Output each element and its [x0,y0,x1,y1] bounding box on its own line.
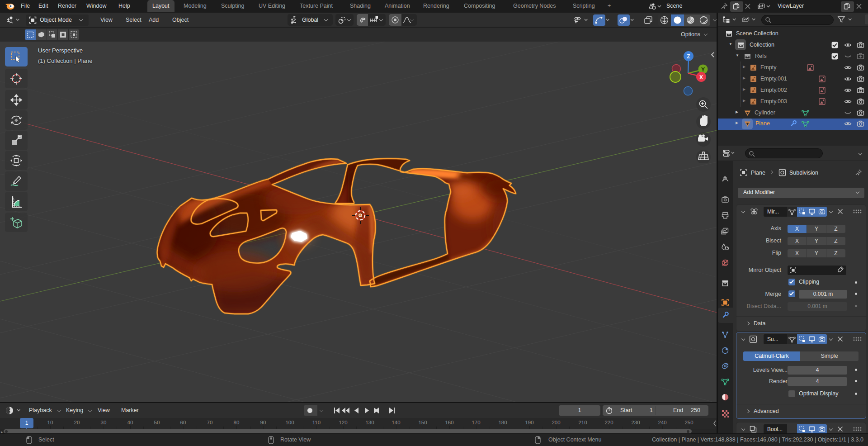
svg-text:Y: Y [701,66,705,73]
svg-text:X: X [699,74,703,81]
svg-text:Z: Z [687,53,690,60]
